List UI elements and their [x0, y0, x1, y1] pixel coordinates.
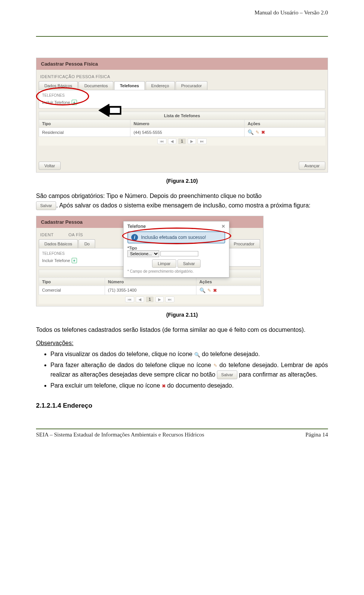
- pager-last[interactable]: ⏭: [165, 297, 174, 302]
- tab-documentos-2[interactable]: Do: [78, 239, 95, 248]
- pager-next[interactable]: ▶: [188, 138, 196, 144]
- salvar-chip: Salvar: [36, 201, 56, 210]
- table-row: Comercial (71) 3355-1400 🔍 ✎ ✖: [39, 286, 261, 295]
- delete-icon[interactable]: ✖: [213, 288, 217, 293]
- view-icon[interactable]: 🔍: [248, 129, 254, 135]
- tab-endereco[interactable]: Endereço: [146, 81, 175, 90]
- salvar-button[interactable]: Salvar: [177, 259, 201, 268]
- header-version: Manual do Usuário – Versão 2.0: [254, 9, 328, 16]
- tab-procurador[interactable]: Procurador: [176, 81, 207, 90]
- incluir-telefone-label-2: Incluir Telefone: [42, 258, 70, 263]
- pager-current-2: 1: [146, 297, 154, 302]
- pager-last[interactable]: ⏭: [198, 138, 207, 144]
- delete-icon: ✖: [162, 384, 166, 388]
- col-tipo: Tipo: [39, 120, 130, 128]
- telefone-modal: Telefone ✕ i Inclusão efetuada com suces…: [123, 221, 229, 278]
- paragraph-1: São campos obrigatórios: Tipo e Número. …: [36, 192, 328, 210]
- edit-icon: ✎: [213, 363, 217, 368]
- col-acoes: Ações: [245, 120, 325, 128]
- edit-icon[interactable]: ✎: [256, 130, 259, 135]
- pager-current: 1: [178, 138, 186, 144]
- footer-right: Página 14: [305, 432, 328, 438]
- list-item: Para visualizar os dados do telefone, cl…: [50, 350, 328, 359]
- numero-input[interactable]: [160, 251, 198, 256]
- col-acoes-2: Ações: [196, 278, 260, 286]
- view-icon[interactable]: 🔍: [199, 287, 206, 293]
- plus-icon: +: [72, 258, 77, 263]
- modal-title: Telefone: [127, 224, 146, 229]
- tipo-select[interactable]: Selecione...: [127, 250, 159, 257]
- list-item: Para fazer alteração de dados do telefon…: [50, 361, 328, 380]
- voltar-button[interactable]: Voltar: [39, 162, 61, 170]
- footer-left: SEIA – Sistema Estadual de Informações A…: [36, 432, 204, 438]
- pager-2: ⏮ ◀ 1 ▶ ⏭: [39, 295, 261, 304]
- pager-prev[interactable]: ◀: [168, 138, 176, 144]
- col-numero-2: Número: [105, 278, 196, 286]
- tab-telefones[interactable]: Telefones: [114, 81, 145, 90]
- avancar-button[interactable]: Avançar: [299, 162, 325, 170]
- tab-documentos[interactable]: Documentos: [78, 81, 113, 90]
- observacoes-title: Observações:: [36, 340, 328, 347]
- view-icon: 🔍: [194, 352, 200, 357]
- figure-caption-2-11: (Figura 2.11): [36, 312, 328, 318]
- pager-next[interactable]: ▶: [155, 297, 164, 302]
- incluir-telefone-link-2[interactable]: Incluir Telefone +: [42, 258, 77, 263]
- pager-first[interactable]: ⏮: [157, 138, 166, 144]
- form-title: Cadastrar Pessoa Física: [36, 58, 328, 70]
- pager-first[interactable]: ⏮: [125, 297, 134, 302]
- pager: ⏮ ◀ 1 ▶ ⏭: [39, 137, 325, 146]
- figure-caption-2-10: (Figura 2.10): [36, 178, 328, 184]
- observacoes-list: Para visualizar os dados do telefone, cl…: [36, 350, 328, 390]
- paragraph-2: Todos os telefones cadastrados serão lis…: [36, 325, 328, 335]
- tab-dados-basicos-2[interactable]: Dados Básicos: [39, 239, 78, 248]
- delete-icon[interactable]: ✖: [261, 130, 265, 135]
- telefones-table: Lista de Telefones Tipo Número Ações Res…: [39, 111, 325, 137]
- col-tipo-2: Tipo: [39, 278, 105, 286]
- close-icon[interactable]: ✕: [221, 224, 225, 229]
- edit-icon[interactable]: ✎: [207, 288, 211, 293]
- list-item: Para excluir um telefone, clique no ícon…: [50, 381, 328, 391]
- screenshot-figure-2-10: Cadastrar Pessoa Física IDENTIFICAÇÃO PE…: [36, 58, 328, 173]
- cell-tipo: Residencial: [39, 128, 130, 137]
- pager-prev[interactable]: ◀: [136, 297, 144, 302]
- section-title: IDENTIFICAÇÃO PESSOA FÍSICA: [36, 70, 328, 81]
- header-rule: [36, 36, 328, 37]
- footer-rule: [36, 429, 328, 429]
- annotation-circle-2: [122, 228, 231, 244]
- cell-numero: (44) 5455-5555: [130, 128, 245, 137]
- modal-note: * Campo de preenchimento obrigatório.: [127, 269, 225, 273]
- screenshot-figure-2-11: Cadastrar Pessoa IDENT OA FÍS Dados Bási…: [36, 216, 264, 306]
- col-numero: Número: [130, 120, 245, 128]
- annotation-circle: [36, 87, 89, 105]
- table-title: Lista de Telefones: [39, 112, 325, 120]
- tab-procurador-2[interactable]: Procurador: [228, 239, 260, 248]
- limpar-button[interactable]: Limpar: [152, 259, 176, 268]
- salvar-chip-inline: Salvar: [217, 371, 237, 379]
- cell-numero-2: (71) 3355-1400: [105, 286, 196, 295]
- tipo-label: *Tipo: [127, 246, 137, 250]
- section-heading-endereco: 2.1.2.1.4 Endereço: [36, 402, 328, 410]
- table-row: Residencial (44) 5455-5555 🔍 ✎ ✖: [39, 128, 325, 137]
- annotation-arrow-icon: [99, 104, 121, 119]
- cell-tipo-2: Comercial: [39, 286, 105, 295]
